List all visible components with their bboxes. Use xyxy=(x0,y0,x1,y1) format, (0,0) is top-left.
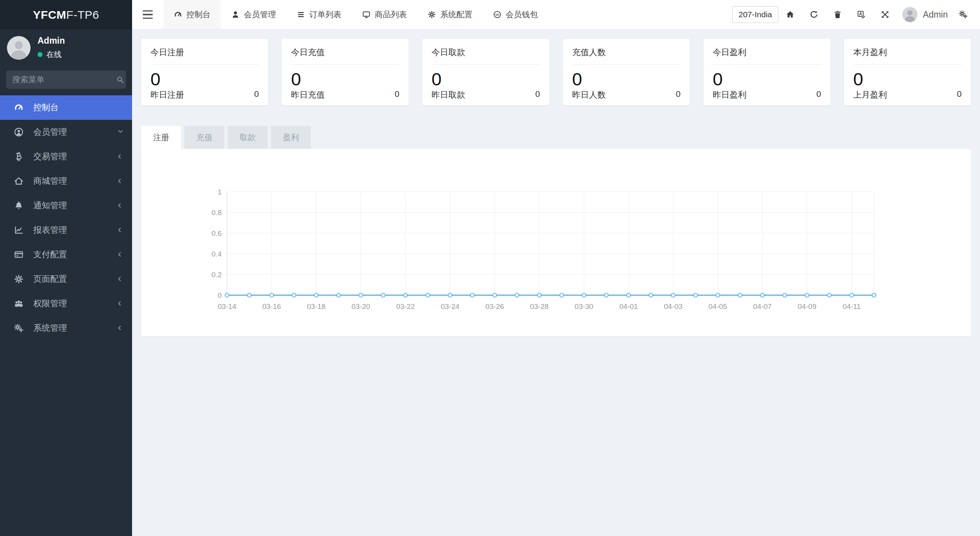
list-icon xyxy=(297,10,305,19)
sidebar-item-label: 报表管理 xyxy=(33,224,118,236)
stat-sub-value: 0 xyxy=(676,89,680,101)
sidebar-search xyxy=(6,70,126,89)
sidebar-item-dashboard[interactable]: 控制台 xyxy=(0,95,132,120)
home-icon[interactable] xyxy=(778,10,802,19)
stat-value: 0 xyxy=(853,69,962,89)
sidebar-item-label: 支付配置 xyxy=(33,249,118,260)
svg-text:03-22: 03-22 xyxy=(396,302,415,310)
chart-line-icon xyxy=(14,225,24,235)
trash-icon[interactable] xyxy=(826,10,849,19)
stat-card-today-withdraw: 今日取款 0 昨日取款0 xyxy=(422,39,549,105)
svg-text:0.4: 0.4 xyxy=(212,250,222,258)
chevron-left-icon: ‹ xyxy=(118,175,121,186)
stat-card-recharge-users: 充值人数 0 昨日人数0 xyxy=(563,39,690,105)
tab-label: 订单列表 xyxy=(309,9,341,20)
sidebar-item-permissions[interactable]: 权限管理 ‹ xyxy=(0,291,132,316)
sidebar-item-label: 商城管理 xyxy=(33,175,118,187)
chevron-left-icon: ‹ xyxy=(118,224,121,235)
main-content: 今日注册 0 昨日注册0 今日充值 0 昨日充值0 今日取款 0 昨日取款0 充… xyxy=(132,30,980,536)
svg-text:04-11: 04-11 xyxy=(843,302,861,310)
svg-text:03-28: 03-28 xyxy=(530,302,549,310)
user-circle-icon xyxy=(14,127,24,137)
stat-sub-label: 昨日注册 xyxy=(150,89,184,101)
chart-tab-profit[interactable]: 盈利 xyxy=(271,126,311,149)
navbar-right: 207-India A Admin xyxy=(732,0,980,29)
sidebar-item-label: 通知管理 xyxy=(33,200,118,211)
settings-gears-icon[interactable] xyxy=(955,10,972,19)
search-icon[interactable] xyxy=(116,75,124,84)
online-status-label: 在线 xyxy=(46,49,62,60)
sidebar-item-page-config[interactable]: 页面配置 ‹ xyxy=(0,267,132,291)
sidebar-item-transactions[interactable]: 交易管理 ‹ xyxy=(0,144,132,169)
stat-title: 今日注册 xyxy=(150,47,259,58)
sidebar-item-system[interactable]: 系统管理 ‹ xyxy=(0,316,132,340)
stat-card-today-profit: 今日盈利 0 昨日盈利0 xyxy=(704,39,830,105)
refresh-icon[interactable] xyxy=(802,10,826,19)
bell-icon xyxy=(14,201,24,211)
svg-text:0.2: 0.2 xyxy=(212,271,222,279)
svg-text:04-09: 04-09 xyxy=(798,302,817,310)
avatar[interactable] xyxy=(902,7,918,22)
stat-value: 0 xyxy=(713,69,821,89)
site-selector-button[interactable]: 207-India xyxy=(732,6,778,23)
svg-text:1: 1 xyxy=(217,188,222,196)
line-chart: 00.20.40.60.8103-1403-1603-1803-2003-220… xyxy=(141,149,971,336)
tachometer-icon xyxy=(14,103,24,113)
tab-system-config[interactable]: 系统配置 xyxy=(417,0,483,29)
sidebar-item-notifications[interactable]: 通知管理 ‹ xyxy=(0,193,132,218)
bitcoin-icon xyxy=(14,152,24,162)
navbar-tabs: 控制台 会员管理 订单列表 商品列表 系统配置 cc 会员钱包 xyxy=(163,0,548,29)
stat-sub-label: 昨日人数 xyxy=(572,89,606,101)
tab-member-wallet[interactable]: cc 会员钱包 xyxy=(483,0,548,29)
gear-icon xyxy=(428,10,436,19)
stats-row: 今日注册 0 昨日注册0 今日充值 0 昨日充值0 今日取款 0 昨日取款0 充… xyxy=(141,39,971,105)
svg-text:03-30: 03-30 xyxy=(575,302,593,310)
tab-members[interactable]: 会员管理 xyxy=(221,0,286,29)
tachometer-icon xyxy=(174,10,182,19)
chart-tab-withdraw[interactable]: 取款 xyxy=(228,126,268,149)
cogs-icon xyxy=(14,323,24,333)
chart-tab-recharge[interactable]: 充值 xyxy=(185,126,224,149)
chart-tabs: 注册 充值 取款 盈利 xyxy=(141,126,971,149)
gear-icon xyxy=(14,274,24,284)
stat-title: 今日盈利 xyxy=(713,47,821,58)
chevron-left-icon: ‹ xyxy=(118,199,121,210)
top-navbar: 控制台 会员管理 订单列表 商品列表 系统配置 cc 会员钱包 207-Indi… xyxy=(132,0,980,29)
sidebar-item-reports[interactable]: 报表管理 ‹ xyxy=(0,218,132,242)
online-status-dot xyxy=(38,52,42,57)
sidebar-item-label: 权限管理 xyxy=(33,298,118,309)
svg-text:03-20: 03-20 xyxy=(351,302,370,310)
sidebar-item-payment-config[interactable]: 支付配置 ‹ xyxy=(0,242,132,267)
chevron-left-icon: ‹ xyxy=(118,273,121,284)
app-logo: YFCMF-TP6 xyxy=(0,0,132,29)
sidebar-item-label: 系统管理 xyxy=(33,322,118,334)
users-icon xyxy=(14,299,24,309)
stat-title: 今日取款 xyxy=(431,47,540,58)
sidebar-item-label: 页面配置 xyxy=(33,273,118,285)
stat-value: 0 xyxy=(572,69,681,89)
sidebar-item-members[interactable]: 会员管理 ‹ xyxy=(0,120,132,144)
stat-value: 0 xyxy=(431,69,540,89)
chart-tab-register[interactable]: 注册 xyxy=(141,126,181,149)
translate-icon[interactable]: A xyxy=(849,10,873,19)
chevron-down-icon: ‹ xyxy=(114,129,125,133)
stat-card-today-register: 今日注册 0 昨日注册0 xyxy=(141,39,268,105)
search-input[interactable] xyxy=(12,75,116,84)
stat-card-month-profit: 本月盈利 0 上月盈利0 xyxy=(844,39,971,105)
svg-text:0: 0 xyxy=(217,291,222,299)
fullscreen-icon[interactable] xyxy=(873,10,897,19)
svg-text:04-03: 04-03 xyxy=(664,302,683,310)
tab-orders[interactable]: 订单列表 xyxy=(286,0,352,29)
tab-dashboard[interactable]: 控制台 xyxy=(163,0,221,29)
stat-value: 0 xyxy=(150,69,259,89)
stat-sub-label: 昨日充值 xyxy=(291,89,325,101)
sidebar-item-label: 会员管理 xyxy=(33,126,118,138)
navbar-user-name[interactable]: Admin xyxy=(923,10,948,20)
svg-text:04-05: 04-05 xyxy=(709,302,727,310)
stat-title: 充值人数 xyxy=(572,47,681,58)
wallet-cc-icon: cc xyxy=(493,10,501,19)
hamburger-icon[interactable] xyxy=(132,0,163,29)
tab-label: 会员钱包 xyxy=(506,9,538,20)
tab-products[interactable]: 商品列表 xyxy=(352,0,417,29)
sidebar-item-mall[interactable]: 商城管理 ‹ xyxy=(0,169,132,193)
